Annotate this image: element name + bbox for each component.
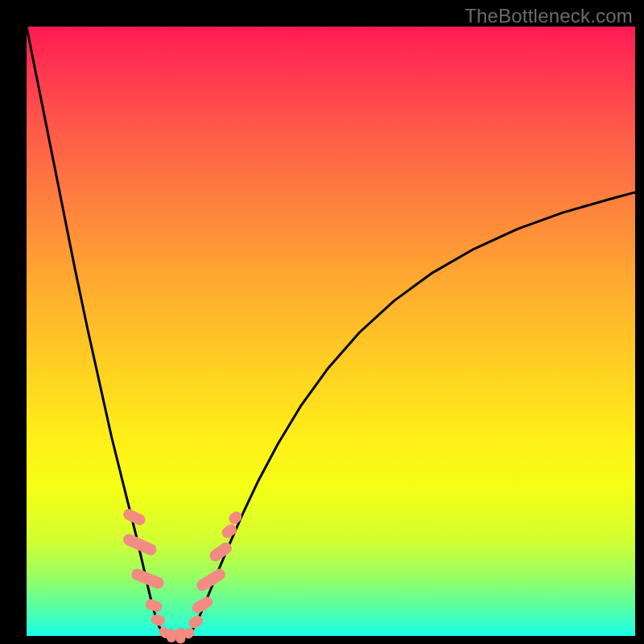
curve-marker bbox=[187, 613, 204, 630]
curve-marker bbox=[175, 628, 185, 644]
curve-layer bbox=[27, 27, 635, 636]
chart-frame: TheBottleneck.com bbox=[0, 0, 644, 644]
marker-layer bbox=[122, 507, 244, 644]
curve-marker bbox=[167, 629, 176, 642]
watermark-text: TheBottleneck.com bbox=[464, 5, 633, 27]
curve-marker bbox=[144, 597, 163, 613]
curve-marker bbox=[220, 522, 239, 540]
bottleneck-curve bbox=[27, 27, 635, 636]
curve-marker bbox=[227, 510, 245, 526]
plot-area bbox=[27, 27, 635, 636]
curve-marker bbox=[150, 613, 167, 628]
chart-svg bbox=[27, 27, 635, 636]
